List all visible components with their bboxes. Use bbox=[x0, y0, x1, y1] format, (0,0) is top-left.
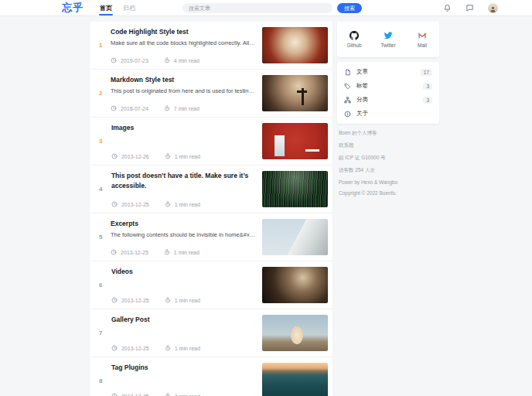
post-meta: 2018-07-24 7 min read bbox=[111, 105, 256, 111]
clock-icon bbox=[111, 345, 118, 351]
clock-icon bbox=[111, 297, 118, 303]
post-date: 2013-12-25 bbox=[121, 394, 149, 396]
autumn-forest-photo[interactable] bbox=[262, 27, 328, 63]
timer-icon bbox=[164, 57, 170, 63]
post-list-item[interactable]: 3 Images 2013-12-26 1 min read bbox=[90, 117, 332, 165]
clock-icon bbox=[111, 153, 118, 159]
post-read-time: 1 min read bbox=[175, 346, 200, 351]
cross-sky-photo[interactable] bbox=[262, 75, 328, 111]
about-icon bbox=[344, 111, 351, 118]
avatar[interactable] bbox=[488, 3, 498, 13]
post-rank: 7 bbox=[99, 315, 111, 351]
post-meta: 2013-12-25 1 min read bbox=[111, 345, 256, 351]
post-meta: 2013-12-26 1 min read bbox=[111, 153, 256, 159]
post-rank: 1 bbox=[99, 27, 111, 63]
post-read-time: 4 min read bbox=[174, 58, 200, 63]
nav-item-archive[interactable]: 归档 bbox=[118, 0, 141, 15]
site-stats-card: 文章 17 标签 3 分类 3 关于 bbox=[337, 62, 439, 124]
post-rank: 2 bbox=[99, 75, 111, 111]
tags-icon bbox=[344, 83, 351, 90]
bell-icon[interactable] bbox=[443, 4, 452, 12]
github-icon bbox=[350, 31, 359, 40]
post-date: 2013-12-25 bbox=[121, 346, 149, 351]
cat-photo[interactable] bbox=[262, 315, 328, 351]
search-button[interactable]: 搜索 bbox=[337, 3, 362, 13]
posts-count-badge: 17 bbox=[421, 69, 432, 76]
building-photo[interactable] bbox=[262, 219, 328, 255]
post-date: 2019-07-23 bbox=[121, 58, 148, 63]
post-title[interactable]: Videos bbox=[111, 267, 256, 277]
site-logo[interactable]: 忘乎 bbox=[62, 1, 84, 15]
post-read-time: 1 min read bbox=[174, 250, 200, 255]
post-rank: 3 bbox=[99, 123, 111, 159]
post-meta: 2013-12-25 1 min read bbox=[111, 297, 256, 303]
chat-icon[interactable] bbox=[466, 4, 474, 12]
stats-item-categories[interactable]: 分类 3 bbox=[337, 93, 439, 107]
post-list-item[interactable]: 7 Gallery Post 2013-12-25 1 min read bbox=[90, 309, 332, 357]
post-excerpt: Make sure all the code blocks highlighte… bbox=[111, 39, 256, 46]
post-meta: 2013-12-25 1 min read bbox=[111, 249, 256, 255]
clock-icon bbox=[111, 105, 117, 111]
post-list-item[interactable]: 5 Excerpts The following contents should… bbox=[90, 213, 332, 261]
post-read-time: 3 min read bbox=[175, 394, 200, 396]
post-title[interactable]: Markdown Style test bbox=[111, 75, 256, 85]
github-link[interactable]: Github bbox=[337, 31, 371, 48]
post-excerpt: This post is originated from here and is… bbox=[111, 87, 256, 94]
post-list-item[interactable]: 2 Markdown Style test This post is origi… bbox=[90, 69, 332, 117]
post-date: 2013-12-25 bbox=[121, 202, 149, 207]
post-list-item[interactable]: 8 Tag Plugins 2013-12-25 3 min read bbox=[90, 357, 332, 396]
post-title[interactable]: Images bbox=[111, 123, 256, 133]
red-door-photo[interactable] bbox=[262, 123, 328, 159]
github-label: Github bbox=[346, 43, 361, 48]
bamboo-forest-photo[interactable] bbox=[262, 171, 328, 207]
post-meta: 2013-12-25 1 min read bbox=[111, 201, 256, 207]
mail-icon bbox=[418, 31, 427, 40]
clock-icon bbox=[111, 393, 118, 396]
stats-item-tags[interactable]: 标签 3 bbox=[337, 79, 439, 93]
timer-icon bbox=[165, 201, 171, 207]
search-input[interactable] bbox=[182, 3, 332, 13]
categories-icon bbox=[344, 97, 351, 104]
mail-label: Mail bbox=[418, 43, 427, 48]
twitter-link[interactable]: Twitter bbox=[371, 31, 405, 48]
post-title[interactable]: Tag Plugins bbox=[111, 363, 256, 373]
search-bar: 搜索 bbox=[182, 3, 362, 13]
copyright-text: Copyright © 2022 Boenfu. bbox=[339, 190, 439, 196]
post-read-time: 1 min read bbox=[175, 298, 200, 303]
categories-count-badge: 3 bbox=[423, 97, 432, 104]
stats-item-posts[interactable]: 文章 17 bbox=[337, 65, 439, 79]
stats-item-about[interactable]: 关于 bbox=[337, 107, 439, 121]
nav-item-home[interactable]: 首页 bbox=[94, 0, 118, 15]
post-list-item[interactable]: 1 Code Highlight Style test Make sure al… bbox=[90, 22, 332, 69]
post-title[interactable]: This post doesn’t have a title. Make sur… bbox=[111, 171, 256, 191]
post-read-time: 7 min read bbox=[174, 106, 200, 111]
post-rank: 8 bbox=[99, 363, 111, 396]
post-list-item[interactable]: 6 Videos 2013-12-25 1 min read bbox=[90, 261, 332, 309]
timer-icon bbox=[165, 153, 171, 159]
timer-icon bbox=[165, 297, 171, 303]
post-meta: 2013-12-25 3 min read bbox=[111, 393, 256, 396]
ocean-wave-photo[interactable] bbox=[262, 363, 328, 396]
post-title[interactable]: Excerpts bbox=[111, 219, 256, 229]
post-read-time: 1 min read bbox=[175, 154, 200, 159]
post-list-item[interactable]: 4 This post doesn’t have a title. Make s… bbox=[90, 165, 332, 213]
contact-link[interactable]: 联系我 bbox=[339, 142, 439, 149]
timer-icon bbox=[165, 345, 171, 351]
post-rank: 6 bbox=[99, 267, 111, 303]
blog-owner-text[interactable]: Boen 的个人博客 bbox=[339, 130, 439, 137]
dark-rocks-photo[interactable] bbox=[262, 267, 328, 303]
main-nav: 首页 归档 bbox=[94, 0, 141, 15]
tags-count-badge: 3 bbox=[423, 83, 432, 90]
post-title[interactable]: Gallery Post bbox=[111, 315, 256, 325]
clock-icon bbox=[111, 57, 117, 63]
sidebar: Github Twitter Mail 文章 17 标签 bbox=[337, 22, 439, 201]
post-date: 2013-12-25 bbox=[121, 250, 148, 255]
sidebar-footer: Boen 的个人博客 联系我 皖 ICP 证 G10000 号 访客数 254 … bbox=[337, 130, 439, 196]
post-title[interactable]: Code Highlight Style test bbox=[111, 27, 256, 37]
mail-link[interactable]: Mail bbox=[405, 31, 439, 48]
powered-by-text: Power by Hexo & Wangbo bbox=[339, 179, 439, 185]
timer-icon bbox=[164, 249, 170, 255]
post-date: 2018-07-24 bbox=[121, 106, 148, 111]
post-rank: 4 bbox=[99, 171, 111, 207]
posts-icon bbox=[344, 69, 351, 76]
